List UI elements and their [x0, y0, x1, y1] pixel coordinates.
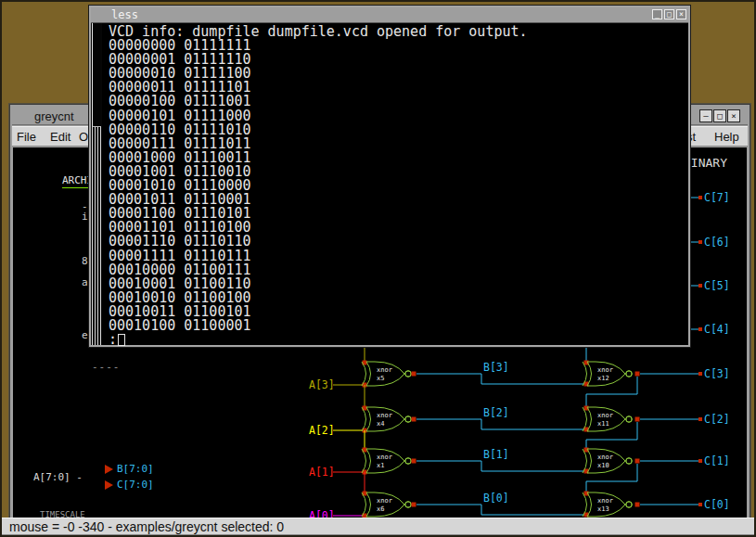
greycnt-minimize-button[interactable]: –	[699, 109, 712, 122]
junction-marker[interactable]	[412, 417, 416, 422]
junction-marker[interactable]	[635, 503, 640, 507]
xnor-gate-x10[interactable]: xnorx10	[583, 449, 632, 473]
minimize-icon: –	[700, 110, 711, 121]
menu-help[interactable]: Help	[714, 130, 739, 144]
gate-instance-label: x1	[377, 462, 384, 469]
terminal-prompt: :	[109, 333, 688, 347]
net-label-B[3][interactable]: B[3]	[483, 361, 509, 374]
gate-body	[366, 407, 404, 431]
output-bubble-icon	[405, 458, 411, 464]
xnor-gate-x4[interactable]: xnorx4	[362, 407, 411, 431]
gate-type-label: xnor	[597, 412, 613, 419]
greycnt-maximize-button[interactable]: □	[713, 109, 726, 122]
net-label-C[7][interactable]: C[7]	[704, 191, 730, 204]
maximize-icon: □	[714, 110, 725, 121]
menu-edit[interactable]: Edit	[50, 130, 70, 144]
net-label-A[2][interactable]: A[2]	[309, 424, 335, 437]
status-text: mouse = -0 -340 - examples/greycnt selec…	[9, 519, 284, 534]
pin-marker[interactable]	[698, 327, 702, 331]
net-label-C[5][interactable]: C[5]	[704, 279, 730, 292]
gate-body	[587, 407, 625, 431]
gate-instance-label: x12	[597, 375, 609, 382]
net-label-C[0][interactable]: C[0]	[704, 498, 730, 511]
gate-type-label: xnor	[377, 412, 392, 419]
terminal-close-button[interactable]: ×	[676, 9, 686, 19]
gate-type-label: xnor	[377, 497, 392, 505]
pin-marker[interactable]	[698, 459, 702, 463]
junction-marker[interactable]	[635, 459, 640, 464]
xnor-gate-x11[interactable]: xnorx11	[583, 407, 632, 431]
terminal-body: VCD info: dumpfile dumpfile.vcd opened f…	[91, 22, 688, 345]
net-label-B[0][interactable]: B[0]	[483, 492, 509, 505]
output-bubble-icon	[405, 371, 411, 377]
output-bubble-icon	[626, 458, 632, 464]
terminal-line: 00010100 01100001	[109, 319, 688, 333]
xnor-back-arc	[362, 407, 366, 431]
net-label-A[3][interactable]: A[3]	[309, 378, 335, 391]
terminal-maximize-button[interactable]: □	[664, 9, 674, 19]
status-bar: mouse = -0 -340 - examples/greycnt selec…	[2, 518, 754, 535]
pin-marker[interactable]	[698, 196, 702, 199]
net-label-B[1][interactable]: B[1]	[483, 448, 509, 461]
terminal-titlebar[interactable]: less _ □ ×	[91, 7, 688, 22]
net-label-C[4][interactable]: C[4]	[704, 323, 730, 336]
net-label-B[2][interactable]: B[2]	[483, 406, 509, 419]
junction-marker[interactable]	[412, 503, 416, 507]
pin-marker[interactable]	[698, 417, 702, 421]
net-label-C[3][interactable]: C[3]	[704, 367, 730, 380]
gate-instance-label: x4	[377, 420, 384, 428]
gate-type-label: xnor	[597, 366, 613, 374]
close-icon: ×	[677, 10, 686, 19]
output-bubble-icon	[405, 416, 411, 422]
less-terminal-window: less _ □ × VCD info: dumpfile dumpfile.v…	[89, 6, 690, 347]
scrollbar-trough[interactable]	[92, 23, 101, 127]
pin-marker[interactable]	[698, 372, 702, 376]
gate-instance-label: x5	[377, 375, 384, 382]
xnor-gate-x1[interactable]: xnorx1	[362, 449, 411, 473]
menu-file[interactable]: File	[17, 130, 36, 144]
junction-marker[interactable]	[635, 417, 640, 422]
output-bubble-icon	[405, 502, 411, 507]
scrollbar-thumb[interactable]	[92, 127, 101, 345]
gate-type-label: xnor	[377, 454, 392, 461]
pin-marker[interactable]	[698, 503, 702, 506]
xnor-gate-x12[interactable]: xnorx12	[583, 362, 632, 386]
junction-marker[interactable]	[635, 372, 640, 377]
gate-body	[366, 449, 404, 473]
xnor-gate-x13[interactable]: xnorx13	[583, 492, 632, 517]
gate-type-label: xnor	[597, 497, 613, 505]
junction-marker[interactable]	[412, 372, 416, 377]
net-label-C[2][interactable]: C[2]	[704, 413, 730, 426]
gate-body	[366, 362, 404, 386]
close-icon: ×	[728, 110, 739, 121]
net-label-C[1][interactable]: C[1]	[704, 454, 730, 467]
terminal-scrollbar[interactable]	[91, 23, 102, 345]
output-bubble-icon	[626, 371, 632, 377]
terminal-cursor	[118, 334, 125, 346]
gate-body	[366, 492, 404, 517]
greycnt-close-button[interactable]: ×	[727, 109, 740, 122]
gate-type-label: xnor	[597, 454, 613, 461]
maximize-icon: □	[665, 10, 673, 19]
greycnt-window-title: greycnt	[34, 109, 74, 123]
pin-marker[interactable]	[698, 284, 702, 288]
gate-instance-label: x11	[597, 420, 609, 428]
terminal-window-title: less	[111, 8, 138, 21]
xnor-gate-x6[interactable]: xnorx6	[362, 492, 411, 517]
output-bubble-icon	[626, 416, 632, 422]
xnor-back-arc	[362, 449, 366, 473]
gate-body	[587, 492, 625, 517]
gate-type-label: xnor	[377, 366, 392, 374]
terminal-output: VCD info: dumpfile dumpfile.vcd opened f…	[102, 23, 688, 345]
xnor-gate-x5[interactable]: xnorx5	[362, 362, 411, 386]
pin-marker[interactable]	[698, 240, 702, 244]
gate-instance-label: x13	[597, 505, 609, 513]
net-label-A[1][interactable]: A[1]	[309, 466, 335, 479]
net-label-C[6][interactable]: C[6]	[704, 236, 730, 249]
gate-instance-label: x6	[377, 505, 384, 513]
output-bubble-icon	[626, 502, 632, 507]
junction-marker[interactable]	[412, 459, 416, 464]
gate-body	[587, 362, 625, 386]
terminal-minimize-button[interactable]: _	[652, 9, 662, 19]
xnor-back-arc	[362, 362, 366, 386]
